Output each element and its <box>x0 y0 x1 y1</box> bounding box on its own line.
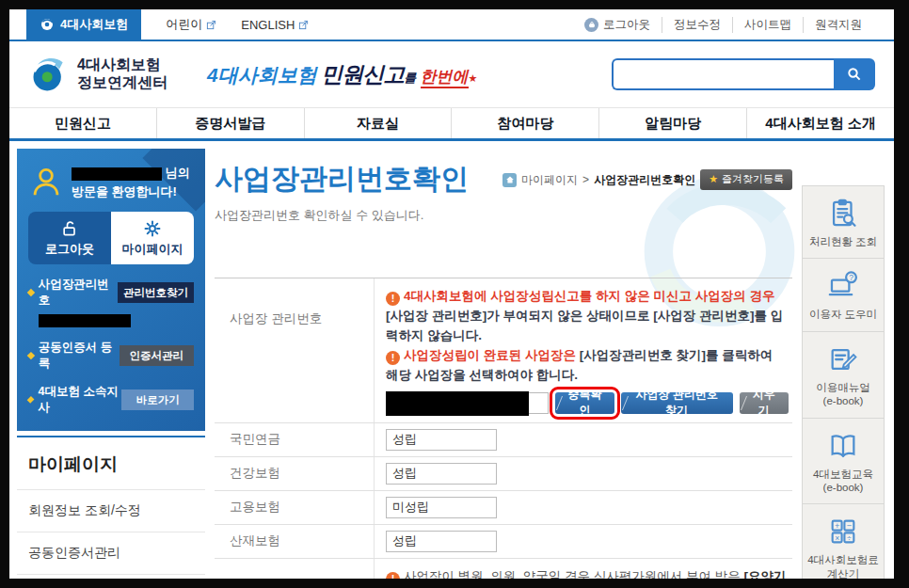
add-favorite-button[interactable]: ★ 즐겨찾기등록 <box>700 169 792 190</box>
add-favorite-label: 즐겨찾기등록 <box>722 172 784 186</box>
welcome-line2: 방문을 환영합니다! <box>72 183 190 201</box>
redacted-biznum-input <box>386 391 529 416</box>
quickmenu-label: 이용자 도우미 <box>809 309 877 320</box>
logout-label: 로그아웃 <box>603 17 650 33</box>
site-header: 4대사회보험 정보연계센터 4대사회보험 민원신고를 한번에★ <box>9 41 894 107</box>
home-icon[interactable] <box>502 173 517 187</box>
health-insurance-input[interactable] <box>386 463 497 485</box>
notice1-dark: [사업장 관리번호]가 부여되지 않은 상태이므로 [사업장 관리번호]를 입력… <box>386 309 783 342</box>
clear-button[interactable]: 지우기 <box>740 392 789 414</box>
top-link-english-label: ENGLISH <box>241 18 295 32</box>
breadcrumb-parent[interactable]: 마이페이지 <box>521 172 578 188</box>
left-sidebar: 님의 방문을 환영합니다! 로그아웃 마이페이지 사업장관리번호 <box>17 149 205 574</box>
quickmenu-sublabel: (e-book) <box>823 395 864 406</box>
welcome-text: 님의 방문을 환영합니다! <box>72 164 190 200</box>
notice2-red: 사업장성립이 완료된 사업장은 <box>404 348 580 362</box>
row-industrial-insurance: 산재보험 <box>215 525 792 559</box>
brand-swirl-icon <box>40 17 55 32</box>
document-pencil-icon <box>827 343 859 375</box>
quickmenu-status-inquiry[interactable]: 처리현황 조회 <box>802 185 885 259</box>
brand-tab-label: 4대사회보험 <box>60 16 128 33</box>
logo-line2: 정보연계센터 <box>77 74 167 92</box>
row-clinic-content: !사업장이 병원, 의원, 약국일 경우 심사평가원에서 부여 받은 [요양기관… <box>375 559 792 579</box>
national-pension-input[interactable] <box>386 429 497 451</box>
utility-links: 로그아웃 정보수정 사이트맵 원격지원 <box>573 9 873 40</box>
nav-participation[interactable]: 참여마당 <box>451 108 598 138</box>
sidebar-logout-label: 로그아웃 <box>45 241 94 258</box>
clipboard-search-icon <box>827 198 859 230</box>
breadcrumb-current: 사업장관리번호확인 <box>594 172 695 188</box>
slogan-part3: 를 <box>404 71 416 85</box>
top-link-english[interactable]: ENGLISH <box>241 9 309 40</box>
info-cert-text: 공동인증서 등록 <box>39 340 120 372</box>
biznum-input[interactable] <box>386 392 549 414</box>
redacted-biznum-value <box>39 314 131 327</box>
welcome-suffix: 님의 <box>166 166 190 180</box>
sitemap-link[interactable]: 사이트맵 <box>732 17 803 33</box>
side-menu: 마이페이지 회원정보 조회/수정 공동인증서관리 사업장관리번호확인 즐겨찾기 … <box>17 436 205 579</box>
info-branch-label: 4대보험 소속지사 <box>28 384 121 416</box>
row-health-insurance-label: 건강보험 <box>215 457 375 490</box>
quickmenu-insurance-education[interactable]: 4대보험교육(e-book) <box>802 418 885 505</box>
sidebar-mypage-button[interactable]: 마이페이지 <box>111 212 194 264</box>
nav-minwon[interactable]: 민원신고 <box>9 108 156 138</box>
sidebar-logout-button[interactable]: 로그아웃 <box>28 212 111 264</box>
row-national-pension-label: 국민연금 <box>215 423 375 456</box>
top-link-kids[interactable]: 어린이 <box>166 9 216 40</box>
biznum-input-line: 중복확인 사업장 관리번호 찾기 지우기 <box>386 392 789 414</box>
row-national-pension: 국민연금 <box>215 423 792 457</box>
info-cert-label: 공동인증서 등록 <box>28 340 120 372</box>
quickmenu-label: 처리현황 조회 <box>809 236 877 247</box>
find-biznum-button[interactable]: 사업장 관리번호 찾기 <box>621 392 733 414</box>
row-clinic-code-label: 요양기관 기호 <box>215 559 375 579</box>
svg-text:+: + <box>835 521 839 531</box>
edit-info-link[interactable]: 정보수정 <box>662 17 732 33</box>
content-area: 님의 방문을 환영합니다! 로그아웃 마이페이지 사업장관리번호 <box>9 141 894 574</box>
bullet-icon <box>27 396 35 404</box>
breadcrumb: 마이페이지 > 사업장관리번호확인 ★ 즐겨찾기등록 <box>502 169 792 190</box>
sidebar-item-member-info[interactable]: 회원정보 조회/수정 <box>17 489 205 532</box>
redacted-user-name <box>72 167 162 181</box>
edit-info-label: 정보수정 <box>674 17 721 33</box>
nav-about[interactable]: 4대사회보험 소개 <box>746 108 894 138</box>
industrial-insurance-input[interactable] <box>386 531 497 552</box>
star-icon: ★ <box>709 173 718 185</box>
sidebar-item-biznum-check[interactable]: 사업장관리번호확인 <box>17 574 205 579</box>
branch-shortcut-button[interactable]: 바로가기 <box>121 389 194 410</box>
main-content: 사업장관리번호확인 사업장관리번호 확인하실 수 있습니다. 마이페이지 > 사… <box>215 149 792 574</box>
find-mgmt-number-button[interactable]: 관리번호찾기 <box>118 282 194 303</box>
search-button[interactable] <box>834 58 875 90</box>
quickmenu-label: 이용매뉴얼 <box>816 382 870 393</box>
quickmenu-user-manual[interactable]: 이용매뉴얼(e-book) <box>802 331 885 419</box>
nav-notices[interactable]: 알림마당 <box>598 108 746 138</box>
row-employment-insurance: 고용보험 <box>215 491 792 525</box>
employment-insurance-input[interactable] <box>386 497 497 518</box>
nav-resources[interactable]: 자료실 <box>304 108 452 138</box>
quickmenu-user-helper[interactable]: ? 이용자 도우미 <box>802 258 885 331</box>
site-logo[interactable]: 4대사회보험 정보연계센터 <box>28 54 167 95</box>
logout-link[interactable]: 로그아웃 <box>573 17 662 33</box>
warning-icon: ! <box>386 292 400 306</box>
biznum-notice-2: !사업장성립이 완료된 사업장은 [사업장관리번호 찾기]를 클릭하여 해당 사… <box>386 346 789 386</box>
external-link-icon <box>298 20 309 30</box>
slogan-part4: 한번에 <box>421 68 469 88</box>
search-input[interactable] <box>612 58 834 90</box>
quickmenu-insurance-calculator[interactable]: + − × ÷ 4대사회보험료계산기 <box>802 503 885 579</box>
biznum-notice-1: !4대사회보험에 사업장성립신고를 하지 않은 미신고 사업장의 경우 [사업장… <box>386 287 789 346</box>
nav-certificates[interactable]: 증명서발급 <box>156 108 304 138</box>
sidebar-item-cert-manage[interactable]: 공동인증서관리 <box>17 532 205 574</box>
open-book-icon <box>827 430 859 462</box>
person-icon <box>28 164 64 199</box>
svg-text:×: × <box>835 533 839 543</box>
svg-text:?: ? <box>849 273 853 282</box>
duplicate-check-button[interactable]: 중복확인 <box>555 392 614 414</box>
brand-tab[interactable]: 4대사회보험 <box>26 9 141 40</box>
row-biznum-label: 사업장 관리번호 <box>215 278 375 422</box>
star-doodle-icon: ★ <box>469 72 478 84</box>
remote-support-link[interactable]: 원격지원 <box>803 17 873 33</box>
info-biznum-label: 사업장관리번호 <box>28 277 118 309</box>
info-row-cert: 공동인증서 등록 인증서관리 <box>28 340 194 372</box>
cert-manage-button[interactable]: 인증서관리 <box>120 345 194 366</box>
quickmenu-sublabel: (e-book) <box>823 482 864 493</box>
logo-line1: 4대사회보험 <box>77 56 167 74</box>
